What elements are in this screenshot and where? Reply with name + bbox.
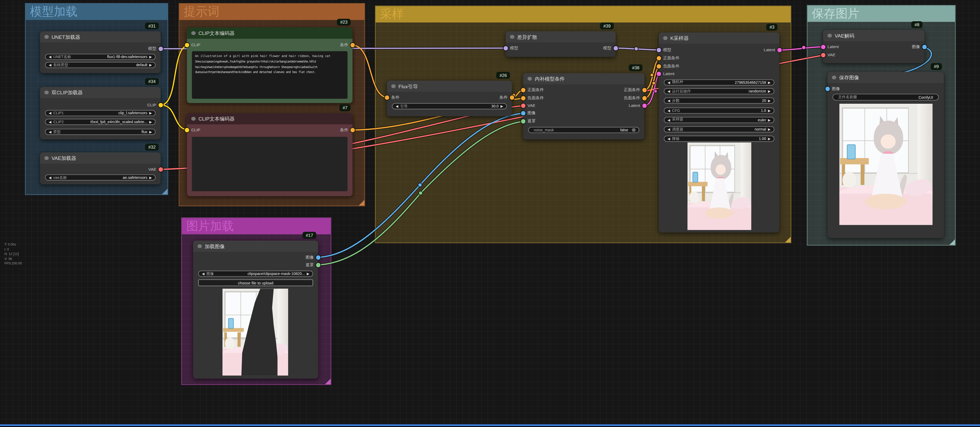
- group-resize-handle[interactable]: [325, 379, 331, 384]
- input-port-clip[interactable]: [184, 42, 189, 48]
- collapse-dot-icon[interactable]: [45, 90, 48, 94]
- node-header[interactable]: K采样器: [659, 33, 780, 44]
- stepper-left-icon[interactable]: ◀: [667, 99, 670, 102]
- stepper-left-icon[interactable]: ◀: [49, 120, 51, 124]
- widget-image-file[interactable]: ◀ 图像 clipspace/clipspace-mask-10820... ▶: [198, 270, 313, 277]
- stepper-left-icon[interactable]: ◀: [667, 137, 670, 140]
- node-vae-decode[interactable]: #8 VAE解码 Latent VAE 图像: [823, 30, 924, 63]
- group-resize-handle[interactable]: [785, 237, 791, 242]
- stepper-right-icon[interactable]: ▶: [149, 111, 152, 115]
- collapse-dot-icon[interactable]: [510, 35, 514, 39]
- output-port-model[interactable]: [158, 46, 163, 51]
- group-model-load-header[interactable]: 模型加载: [26, 4, 167, 20]
- widget-steps[interactable]: ◀ 步数 20 ▶: [664, 97, 774, 104]
- stepper-right-icon[interactable]: ▶: [149, 63, 152, 67]
- input-port-vae[interactable]: [821, 52, 826, 57]
- stepper-left-icon[interactable]: ◀: [49, 63, 51, 67]
- node-header[interactable]: VAE加载器: [40, 152, 161, 164]
- input-port-image[interactable]: [520, 110, 526, 116]
- stepper-right-icon[interactable]: ▶: [768, 118, 771, 122]
- widget-noise-mask-toggle[interactable]: noise_mask false: [528, 127, 640, 133]
- widget-denoise[interactable]: ◀ 降噪 1.00 ▶: [664, 135, 774, 142]
- collapse-dot-icon[interactable]: [191, 31, 195, 35]
- stepper-right-icon[interactable]: ▶: [500, 104, 503, 108]
- output-port-cond[interactable]: [509, 95, 515, 100]
- input-port-negative[interactable]: [656, 63, 662, 69]
- node-header[interactable]: 加载图像: [193, 241, 318, 252]
- node-differential-diffusion[interactable]: #39 差异扩散 模型 模型: [506, 31, 616, 57]
- widget-cfg[interactable]: ◀ CFG 1.0 ▶: [664, 107, 774, 113]
- group-resize-handle[interactable]: [359, 200, 364, 205]
- stepper-right-icon[interactable]: ▶: [768, 99, 771, 102]
- collapse-dot-icon[interactable]: [832, 75, 836, 79]
- toggle-knob-icon[interactable]: [632, 128, 636, 132]
- node-ksampler[interactable]: #3 K采样器 模型 正面条件 负面条件 Latent Latent ◀ 随机种…: [659, 33, 780, 232]
- output-port-image[interactable]: [922, 44, 927, 49]
- output-port-mask[interactable]: [315, 262, 321, 268]
- node-vae-loader[interactable]: #32 VAE加载器 VAE ◀ vae名称 ae.safetensors ▶: [40, 152, 161, 184]
- node-graph-canvas[interactable]: 模型加载 提示词 采样 保存图片 图片加载: [0, 0, 980, 427]
- widget-seed[interactable]: ◀ 随机种 279653546627158 ▶: [664, 79, 774, 85]
- input-port-cond[interactable]: [384, 95, 390, 100]
- node-header[interactable]: Flux引导: [387, 81, 512, 92]
- input-port-model[interactable]: [656, 47, 662, 52]
- node-clip-encode-negative[interactable]: #7 CLIP文本编码器 CLIP 条件: [187, 113, 353, 196]
- node-inpaint-conditioning[interactable]: #38 内补模型条件 正面条件 负面条件 VAE 图像 遮罩 正面条件 负面条件…: [523, 73, 644, 139]
- stepper-right-icon[interactable]: ▶: [768, 80, 771, 84]
- widget-type[interactable]: ◀ 类型 flux ▶: [45, 129, 156, 135]
- stepper-left-icon[interactable]: ◀: [667, 118, 670, 122]
- widget-control-after-generate[interactable]: ◀ 运行后操作 randomize ▶: [664, 88, 774, 95]
- input-port-image[interactable]: [825, 86, 830, 91]
- group-save-image-header[interactable]: 保存图片: [807, 6, 955, 22]
- node-clip-encode-positive[interactable]: #23 CLIP文本编码器 CLIP 条件 An illustration of…: [187, 28, 353, 103]
- node-header[interactable]: CLIP文本编码器: [187, 113, 353, 124]
- widget-scheduler[interactable]: ◀ 调度器 normal ▶: [664, 126, 774, 133]
- stepper-left-icon[interactable]: ◀: [49, 55, 51, 59]
- node-header[interactable]: UNET加载器: [40, 31, 161, 43]
- collapse-dot-icon[interactable]: [391, 84, 395, 88]
- group-resize-handle[interactable]: [949, 239, 955, 245]
- output-port-vae[interactable]: [158, 167, 163, 172]
- stepper-right-icon[interactable]: ▶: [768, 89, 771, 93]
- node-header[interactable]: VAE解码: [823, 30, 924, 41]
- input-port-latent[interactable]: [821, 44, 826, 49]
- stepper-left-icon[interactable]: ◀: [396, 104, 398, 108]
- choose-file-button[interactable]: choose file to upload: [198, 279, 313, 286]
- input-port-clip[interactable]: [184, 127, 189, 133]
- stepper-left-icon[interactable]: ◀: [667, 80, 670, 84]
- widget-clip2[interactable]: ◀ CLIP2 t5xxl_fp8_e4m3fn_scaled.safete..…: [45, 119, 156, 125]
- output-port-latent[interactable]: [642, 103, 647, 108]
- input-port-model[interactable]: [503, 45, 508, 51]
- stepper-left-icon[interactable]: ◀: [667, 127, 670, 131]
- group-resize-handle[interactable]: [162, 189, 167, 194]
- stepper-left-icon[interactable]: ◀: [667, 108, 670, 112]
- node-header[interactable]: 内补模型条件: [523, 73, 644, 84]
- output-port-positive[interactable]: [642, 87, 647, 92]
- stepper-left-icon[interactable]: ◀: [667, 89, 670, 93]
- output-port-cond[interactable]: [350, 42, 355, 48]
- node-header[interactable]: CLIP文本编码器: [187, 28, 353, 39]
- stepper-right-icon[interactable]: ▶: [149, 176, 152, 179]
- collapse-dot-icon[interactable]: [527, 77, 531, 81]
- node-unet-loader[interactable]: #31 UNET加载器 模型 ◀ UNET名称 flux1-fill-dev.s…: [40, 31, 161, 73]
- stepper-left-icon[interactable]: ◀: [49, 111, 51, 115]
- collapse-dot-icon[interactable]: [45, 35, 48, 39]
- stepper-right-icon[interactable]: ▶: [768, 137, 771, 140]
- collapse-dot-icon[interactable]: [197, 244, 202, 248]
- stepper-left-icon[interactable]: ◀: [202, 272, 205, 275]
- node-flux-guidance[interactable]: #26 Flux引导 条件 条件 ◀ 引导 30.0 ▶: [387, 81, 512, 116]
- group-prompts-header[interactable]: 提示词: [180, 4, 364, 20]
- widget-guidance[interactable]: ◀ 引导 30.0 ▶: [392, 103, 507, 110]
- node-header[interactable]: 保存图像: [827, 72, 944, 83]
- stepper-right-icon[interactable]: ▶: [768, 108, 771, 112]
- node-dualclip-loader[interactable]: #34 双CLIP加载器 CLIP ◀ CLIP1 clip_l.safeten…: [40, 87, 161, 140]
- stepper-right-icon[interactable]: ▶: [768, 127, 771, 131]
- stepper-left-icon[interactable]: ◀: [49, 176, 51, 179]
- collapse-dot-icon[interactable]: [827, 33, 831, 38]
- output-port-latent[interactable]: [777, 47, 782, 52]
- prompt-textarea[interactable]: [192, 137, 347, 191]
- input-port-positive[interactable]: [656, 56, 662, 61]
- prompt-textarea[interactable]: An illustration of a girl with pink hair…: [192, 51, 347, 99]
- node-header[interactable]: 差异扩散: [506, 31, 616, 43]
- stepper-right-icon[interactable]: ▶: [149, 55, 152, 59]
